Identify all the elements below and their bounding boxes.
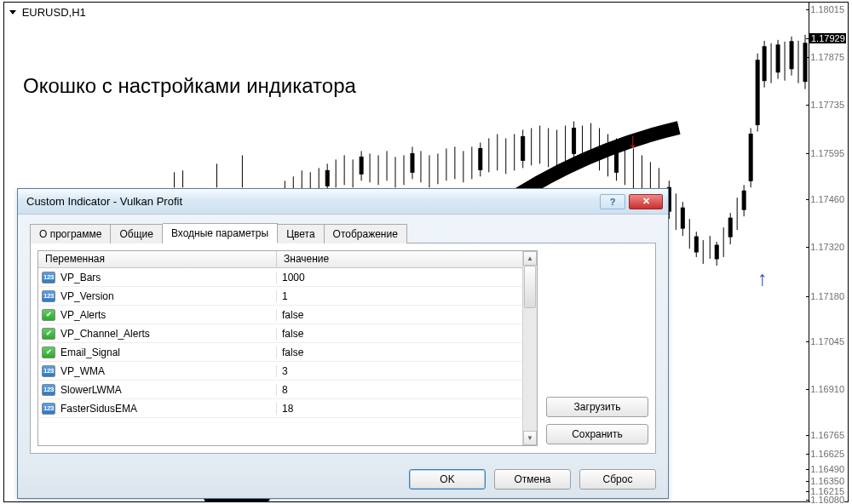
annotation-text: Окошко с настройками индикатора bbox=[23, 74, 356, 98]
param-name-cell[interactable]: ✔VP_Channel_Alerts bbox=[38, 328, 277, 340]
price-scale: 1.180151.179291.178751.177351.175951.174… bbox=[809, 3, 846, 501]
boolean-type-icon: ✔ bbox=[42, 328, 55, 340]
param-value-cell[interactable]: false bbox=[277, 346, 522, 358]
cancel-button[interactable]: Отмена bbox=[494, 469, 571, 490]
header-value[interactable]: Значение bbox=[277, 251, 522, 267]
grid-scrollbar[interactable]: ▲ ▼ bbox=[522, 251, 537, 445]
price-tick bbox=[806, 341, 809, 342]
dialog-title: Custom Indicator - Vulkan Profit bbox=[26, 195, 600, 208]
scroll-up-icon[interactable]: ▲ bbox=[523, 251, 537, 266]
header-variable[interactable]: Переменная bbox=[38, 251, 277, 267]
param-name: VP_Version bbox=[60, 290, 114, 302]
buy-signal-arrow-icon: ↑ bbox=[757, 266, 768, 290]
param-value-cell[interactable]: 8 bbox=[277, 384, 522, 396]
number-type-icon: 123 bbox=[42, 365, 55, 377]
price-tick bbox=[806, 38, 809, 39]
side-buttons: Загрузить Сохранить bbox=[546, 250, 648, 446]
param-name-cell[interactable]: ✔Email_Signal bbox=[38, 346, 277, 358]
param-row[interactable]: 123VP_Version1 bbox=[38, 287, 522, 306]
param-row[interactable]: ✔VP_Alertsfalse bbox=[38, 306, 522, 324]
price-label-current: 1.17929 bbox=[809, 33, 846, 43]
price-tick bbox=[806, 9, 809, 10]
price-label: 1.16080 bbox=[810, 495, 844, 504]
price-label: 1.16765 bbox=[810, 430, 844, 440]
price-label: 1.16625 bbox=[810, 449, 844, 459]
save-button[interactable]: Сохранить bbox=[546, 424, 648, 444]
param-name: Email_Signal bbox=[60, 346, 120, 358]
grid-body: 123VP_Bars1000123VP_Version1✔VP_Alertsfa… bbox=[38, 268, 522, 445]
svg-rect-79 bbox=[763, 47, 766, 81]
param-name-cell[interactable]: 123VP_Bars bbox=[38, 272, 277, 284]
number-type-icon: 123 bbox=[42, 384, 55, 396]
tab-2[interactable]: Входные параметры bbox=[163, 223, 278, 243]
param-row[interactable]: 123SlowerLWMA8 bbox=[38, 381, 522, 399]
inputs-tab-panel: Переменная Значение 123VP_Bars1000123VP_… bbox=[30, 243, 656, 454]
reset-button[interactable]: Сброс bbox=[579, 469, 656, 490]
load-button[interactable]: Загрузить bbox=[546, 397, 648, 417]
scroll-thumb[interactable] bbox=[524, 266, 536, 308]
param-name-cell[interactable]: 123VP_Version bbox=[38, 290, 277, 302]
price-label: 1.17595 bbox=[810, 148, 844, 158]
number-type-icon: 123 bbox=[42, 290, 55, 302]
number-type-icon: 123 bbox=[42, 403, 55, 415]
price-label: 1.17875 bbox=[810, 52, 844, 62]
close-icon: ✕ bbox=[642, 196, 650, 207]
scroll-down-icon[interactable]: ▼ bbox=[523, 431, 537, 445]
tab-bar: О программеОбщиеВходные параметрыЦветаОт… bbox=[30, 221, 656, 243]
grid-header: Переменная Значение bbox=[38, 251, 522, 268]
param-name: VP_Alerts bbox=[60, 309, 106, 321]
price-tick bbox=[806, 500, 809, 501]
param-row[interactable]: 123VP_Bars1000 bbox=[38, 268, 522, 287]
ok-button[interactable]: OK bbox=[409, 469, 486, 490]
price-label: 1.17320 bbox=[810, 242, 844, 252]
param-row[interactable]: 123FasterSidusEMA18 bbox=[38, 399, 522, 418]
boolean-type-icon: ✔ bbox=[42, 309, 55, 321]
dialog-titlebar[interactable]: Custom Indicator - Vulkan Profit ? ✕ bbox=[18, 189, 668, 215]
price-label: 1.17460 bbox=[810, 194, 844, 204]
param-name-cell[interactable]: ✔VP_Alerts bbox=[38, 309, 277, 321]
help-button[interactable]: ? bbox=[600, 194, 625, 209]
param-row[interactable]: 123VP_WMA3 bbox=[38, 362, 522, 381]
param-value-cell[interactable]: false bbox=[277, 309, 522, 321]
param-value-cell[interactable]: 1 bbox=[277, 290, 522, 302]
price-tick bbox=[806, 105, 809, 106]
price-tick bbox=[806, 481, 809, 482]
tab-1[interactable]: Общие bbox=[111, 224, 162, 243]
parameters-grid[interactable]: Переменная Значение 123VP_Bars1000123VP_… bbox=[37, 250, 538, 446]
tab-3[interactable]: Цвета bbox=[278, 224, 324, 243]
price-tick bbox=[806, 491, 809, 492]
param-value-cell[interactable]: 18 bbox=[277, 403, 522, 415]
svg-rect-88 bbox=[803, 43, 807, 82]
param-value-cell[interactable]: 3 bbox=[277, 365, 522, 377]
param-name: VP_WMA bbox=[60, 365, 105, 377]
sell-signal-arrow-icon: ↓ bbox=[628, 129, 638, 152]
param-row[interactable]: ✔Email_Signalfalse bbox=[38, 343, 522, 362]
param-name-cell[interactable]: 123VP_WMA bbox=[38, 365, 277, 377]
close-button[interactable]: ✕ bbox=[629, 194, 663, 209]
price-tick bbox=[806, 247, 809, 248]
price-label: 1.16490 bbox=[810, 464, 844, 474]
param-value-cell[interactable]: false bbox=[277, 328, 522, 340]
param-name-cell[interactable]: 123FasterSidusEMA bbox=[38, 403, 277, 415]
number-type-icon: 123 bbox=[42, 272, 55, 284]
price-tick bbox=[806, 57, 809, 58]
param-name-cell[interactable]: 123SlowerLWMA bbox=[38, 384, 277, 396]
tab-4[interactable]: Отображение bbox=[325, 224, 407, 243]
param-name: VP_Bars bbox=[60, 272, 101, 284]
price-tick bbox=[806, 469, 809, 470]
price-label: 1.17045 bbox=[810, 336, 844, 346]
price-label: 1.16350 bbox=[810, 476, 844, 486]
svg-rect-85 bbox=[790, 42, 793, 69]
price-tick bbox=[806, 296, 809, 297]
price-tick bbox=[806, 199, 809, 200]
tab-0[interactable]: О программе bbox=[30, 224, 111, 243]
price-label: 1.18015 bbox=[810, 4, 844, 14]
chart-frame: EURUSD,H1 bbox=[3, 2, 849, 502]
indicator-properties-dialog: Custom Indicator - Vulkan Profit ? ✕ О п… bbox=[17, 188, 669, 499]
param-row[interactable]: ✔VP_Channel_Alertsfalse bbox=[38, 324, 522, 343]
param-value-cell[interactable]: 1000 bbox=[277, 272, 522, 284]
price-tick bbox=[806, 435, 809, 436]
param-name: FasterSidusEMA bbox=[60, 403, 137, 415]
price-tick bbox=[806, 454, 809, 455]
dialog-footer: OK Отмена Сброс bbox=[18, 461, 668, 498]
